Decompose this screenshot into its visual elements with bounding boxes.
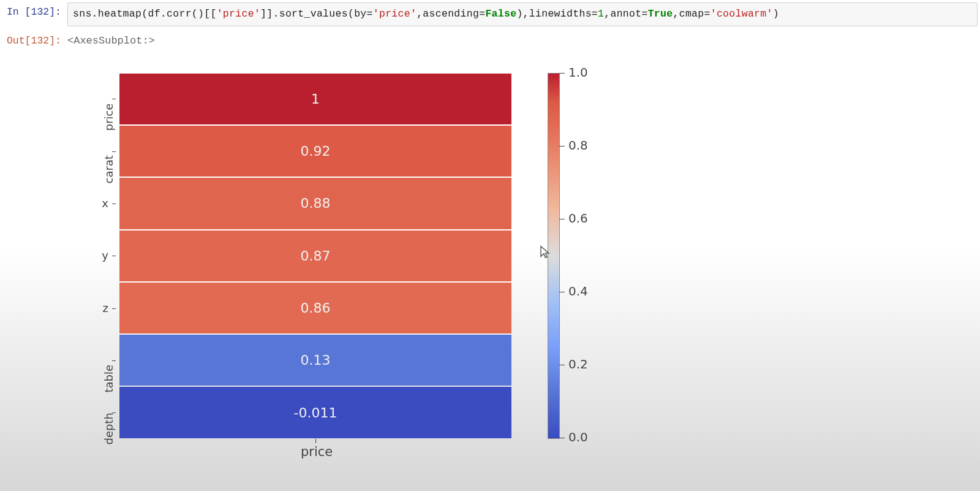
code-token: ), xyxy=(516,8,529,20)
y-tick-label: table xyxy=(102,367,115,392)
heatmap-annotation: 0.87 xyxy=(301,248,331,264)
code-token: linewidths xyxy=(529,8,592,20)
colorbar-ticks: 1.00.80.60.40.20.0 xyxy=(559,74,596,438)
heatmap-cells: 10.920.880.870.860.13-0.011 xyxy=(119,74,511,438)
code-token: , xyxy=(417,8,423,20)
code-token: by xyxy=(354,8,366,20)
y-tick-mark xyxy=(112,360,116,361)
colorbar-tick-label: 0.8 xyxy=(568,138,588,153)
code-token: sns xyxy=(73,8,92,20)
heatmap-row-carat: 0.92 xyxy=(119,126,511,177)
code-token: 'coolwarm' xyxy=(710,8,773,20)
heatmap-figure: pricecaratxyztabledepth 10.920.880.870.8… xyxy=(83,74,603,460)
code-token: = xyxy=(592,8,598,20)
code-token: False xyxy=(485,8,516,20)
code-token: . xyxy=(92,8,98,20)
colorbar-tick-mark xyxy=(559,146,565,147)
jupyter-output-cell: Out[132]: <AxesSubplot:> xyxy=(0,29,980,49)
code-token: 1 xyxy=(598,8,604,20)
heatmap-row-y: 0.87 xyxy=(119,230,511,281)
heatmap-annotation: 1 xyxy=(311,91,320,107)
heatmap-annotation: 0.92 xyxy=(301,143,331,159)
colorbar-tick-label: 0.2 xyxy=(568,357,588,371)
code-token: True xyxy=(648,8,673,20)
colorbar-tick-mark xyxy=(559,219,565,219)
code-token: ascending xyxy=(423,8,479,20)
code-token: ) xyxy=(773,8,779,20)
jupyter-input-cell: In [132]: sns.heatmap(df.corr()[['price'… xyxy=(0,0,980,29)
code-token: df xyxy=(148,8,160,20)
y-tick-mark xyxy=(112,256,116,256)
code-token: sort_values xyxy=(279,8,348,20)
y-tick-mark xyxy=(112,413,116,413)
y-tick-label: carat xyxy=(102,158,115,183)
y-tick-mark xyxy=(112,151,116,152)
heatmap-annotation: 0.13 xyxy=(301,352,331,368)
y-tick-label: depth xyxy=(102,419,115,445)
y-tick-mark xyxy=(112,204,116,204)
mouse-cursor-icon xyxy=(539,245,551,260)
code-token: , xyxy=(604,8,610,20)
y-tick-mark xyxy=(112,99,116,99)
colorbar-tick-mark xyxy=(559,438,565,438)
code-token: annot xyxy=(610,8,641,20)
code-token: 'price' xyxy=(217,8,260,20)
colorbar-tick-label: 0.6 xyxy=(568,211,588,226)
heatmap-row-price: 1 xyxy=(119,74,511,124)
x-axis-tick xyxy=(315,439,316,443)
y-tick-label: z xyxy=(83,302,108,314)
code-editor[interactable]: sns.heatmap(df.corr()[['price']].sort_va… xyxy=(67,2,978,26)
code-token: ( xyxy=(141,8,148,20)
heatmap-annotation: 0.88 xyxy=(301,196,331,211)
code-token: = xyxy=(641,8,647,20)
heatmap-row-table: 0.13 xyxy=(119,335,511,386)
code-token: ( xyxy=(348,8,354,20)
y-tick-mark xyxy=(112,308,116,309)
y-tick-label: price xyxy=(102,105,115,131)
colorbar-tick-mark xyxy=(559,292,565,292)
y-axis-labels: pricecaratxyztabledepth xyxy=(83,74,115,438)
colorbar-tick-mark xyxy=(559,365,565,365)
code-token: corr xyxy=(167,8,192,20)
code-token: = xyxy=(367,8,373,20)
colorbar-tick-label: 0.4 xyxy=(568,284,588,299)
x-axis-label: price xyxy=(301,444,333,459)
code-token: ()[[ xyxy=(192,8,217,20)
output-prompt: Out[132]: xyxy=(0,31,67,47)
code-token: cmap xyxy=(679,8,704,20)
y-tick-label: y xyxy=(83,249,108,262)
heatmap-annotation: 0.86 xyxy=(301,300,331,316)
heatmap-row-depth: -0.011 xyxy=(119,387,511,438)
output-repr: <AxesSubplot:> xyxy=(67,31,155,47)
code-token: heatmap xyxy=(98,8,141,20)
input-prompt: In [132]: xyxy=(0,2,67,18)
code-token: 'price' xyxy=(373,8,417,20)
y-tick-label: x xyxy=(83,197,108,210)
code-token: , xyxy=(673,8,679,20)
heatmap-row-x: 0.88 xyxy=(119,178,511,229)
code-token: = xyxy=(479,8,485,20)
code-token: . xyxy=(160,8,167,20)
code-token: = xyxy=(704,8,710,20)
heatmap-annotation: -0.011 xyxy=(294,405,337,421)
colorbar-tick-mark xyxy=(559,73,565,74)
colorbar-tick-label: 1.0 xyxy=(568,65,588,80)
colorbar-tick-label: 0.0 xyxy=(568,430,588,444)
code-token: ]]. xyxy=(260,8,279,20)
heatmap-row-z: 0.86 xyxy=(119,283,511,333)
